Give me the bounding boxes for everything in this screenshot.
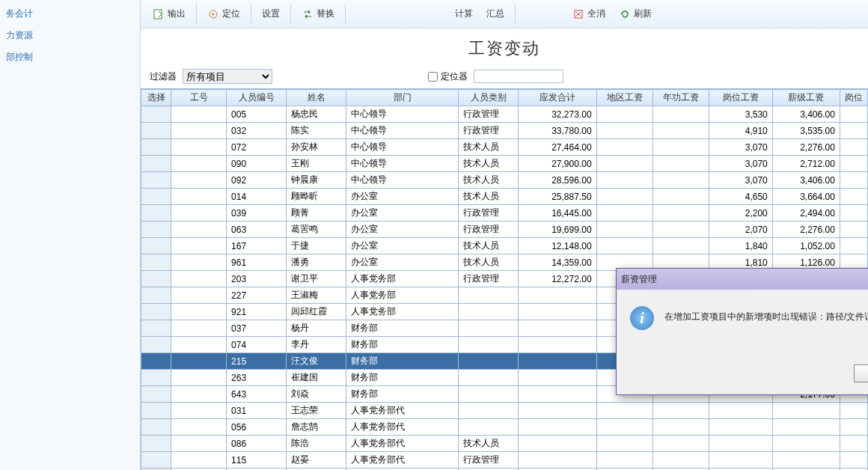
dialog-title-text: 薪资管理 [621,273,657,286]
sidebar-item-hr[interactable]: 力资源 [0,25,140,46]
dialog-mask: 薪资管理 ✕ i 在增加工资项目中的新增项时出现错误：路径/文件访问错误 确定 [141,0,868,470]
sidebar: 务会计 力资源 部控制 [0,0,141,470]
info-icon: i [630,306,654,330]
error-dialog: 薪资管理 ✕ i 在增加工资项目中的新增项时出现错误：路径/文件访问错误 确定 [616,268,868,395]
main: 输出 定位 设置 替换 计算 汇总 全消 [141,0,868,470]
sidebar-item-accounting[interactable]: 务会计 [0,3,140,25]
dialog-message: 在增加工资项目中的新增项时出现错误：路径/文件访问错误 [664,306,868,323]
dialog-titlebar[interactable]: 薪资管理 ✕ [617,269,868,290]
dialog-ok-button[interactable]: 确定 [854,364,868,382]
sidebar-item-control[interactable]: 部控制 [0,46,140,68]
